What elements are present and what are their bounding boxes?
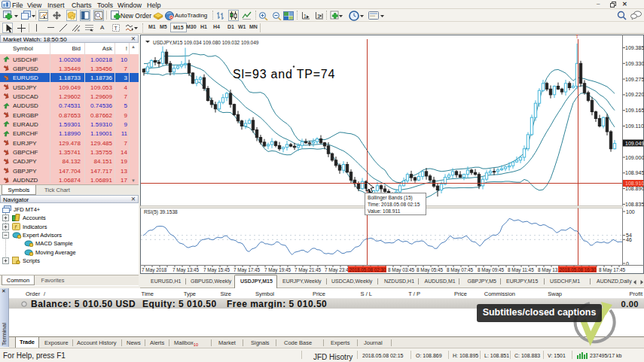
svg-text:8 May 07:45: 8 May 07:45	[447, 267, 474, 273]
svg-text:7 May 13:45: 7 May 13:45	[172, 267, 200, 273]
svg-text:Time: 2018.05.08 02:15: Time: 2018.05.08 02:15	[368, 202, 420, 207]
svg-text:108.835: 108.835	[625, 202, 644, 207]
svg-text:USDJPY,M15 109.034 109.080 10: USDJPY,M15 109.034 109.080 109.032 109.0…	[153, 40, 259, 45]
svg-text:Sl=93 and TP=74: Sl=93 and TP=74	[233, 68, 335, 81]
svg-text:109.220: 109.220	[625, 92, 644, 97]
svg-text:7 May 21:45: 7 May 21:45	[295, 267, 322, 273]
svg-text:Bollinger Bands (15): Bollinger Bands (15)	[368, 195, 413, 201]
svg-text:Value: 108.911: Value: 108.911	[368, 208, 401, 214]
svg-text:T: T	[575, 34, 579, 39]
svg-text:108.910: 108.910	[625, 181, 644, 186]
svg-text:7 May 19:45: 7 May 19:45	[264, 267, 291, 273]
svg-text:109.165: 109.165	[625, 108, 644, 113]
svg-text:108.890: 108.890	[625, 186, 644, 191]
svg-text:2018.05.08 16:30: 2018.05.08 16:30	[560, 267, 597, 272]
svg-text:109.330: 109.330	[625, 61, 644, 66]
svg-text:109.385: 109.385	[625, 45, 644, 50]
svg-text:7 May 17:45: 7 May 17:45	[233, 267, 261, 273]
svg-text:RSI(5) 39.1538: RSI(5) 39.1538	[144, 209, 178, 215]
svg-text:7 May 2018: 7 May 2018	[142, 267, 167, 273]
svg-text:8 May 03:45: 8 May 03:45	[388, 267, 415, 273]
svg-text:8 May 05:45: 8 May 05:45	[417, 267, 444, 273]
svg-text:8 May 09:45: 8 May 09:45	[478, 267, 505, 273]
svg-text:109.049: 109.049	[625, 141, 644, 146]
svg-text:109.110: 109.110	[625, 123, 644, 129]
svg-text:108.945: 108.945	[625, 170, 644, 175]
svg-text:46: 46	[626, 237, 632, 242]
svg-text:2018.05.08 02:30: 2018.05.08 02:30	[349, 267, 387, 272]
svg-text:100: 100	[626, 209, 635, 214]
svg-text:109.000: 109.000	[625, 155, 644, 160]
svg-text:8 May 17:45: 8 May 17:45	[599, 267, 626, 273]
svg-text:109.275: 109.275	[625, 77, 644, 82]
svg-text:7 May 23:4: 7 May 23:4	[325, 267, 349, 273]
svg-text:7 May 15:45: 7 May 15:45	[203, 267, 230, 273]
svg-text:8 May 11:45: 8 May 11:45	[508, 267, 534, 273]
